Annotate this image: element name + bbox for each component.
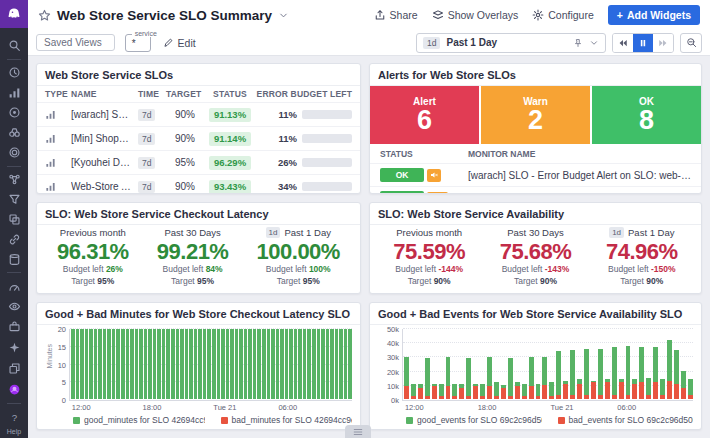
bar[interactable] — [667, 340, 672, 399]
bar[interactable] — [126, 329, 130, 399]
service-template-variable[interactable]: service * — [125, 34, 151, 52]
slo-name[interactable]: Web-Store Availability SLO — [71, 181, 138, 192]
monitor-row[interactable]: OK05Observability Pipelines Error Budget… — [370, 186, 701, 194]
bar[interactable] — [563, 381, 568, 399]
backward-button[interactable] — [613, 34, 633, 52]
title-chevron-down-icon[interactable] — [278, 10, 289, 21]
timeseries-chart[interactable]: 0k10k20k30k40k50k12:0018:00Tue 2106:00go… — [370, 325, 701, 429]
bar[interactable] — [348, 329, 352, 399]
bar[interactable] — [473, 384, 478, 399]
bar[interactable] — [153, 329, 157, 399]
bar[interactable] — [653, 347, 658, 399]
bar[interactable] — [452, 384, 457, 399]
bar[interactable] — [189, 329, 193, 399]
bar[interactable] — [480, 384, 485, 399]
plot-area[interactable] — [69, 329, 352, 400]
bar[interactable] — [598, 349, 603, 399]
bar[interactable] — [198, 329, 202, 399]
database-icon[interactable] — [3, 249, 25, 269]
slo-name[interactable]: [Min] Shopping Cart requests ... — [71, 133, 138, 144]
bar[interactable] — [330, 329, 334, 399]
bar[interactable] — [262, 329, 266, 399]
bar[interactable] — [121, 329, 125, 399]
bar[interactable] — [639, 347, 644, 399]
bar[interactable] — [418, 384, 423, 399]
bar[interactable] — [508, 358, 513, 399]
alerts-widget[interactable]: Alerts for Web Store SLOs Alert6 Warn2 O… — [369, 63, 702, 194]
bar[interactable] — [303, 329, 307, 399]
bar[interactable] — [307, 329, 311, 399]
bar[interactable] — [439, 384, 444, 399]
monitor-row[interactable]: OK[warach] SLO - Error Budget Alert on S… — [370, 163, 701, 186]
slo-table-row[interactable]: [warach] Shopist Shopping Car...7d90%91.… — [37, 102, 360, 126]
bar[interactable] — [522, 384, 527, 399]
bar[interactable] — [326, 329, 330, 399]
time-range-picker[interactable]: 1d Past 1 Day — [416, 33, 606, 53]
bar[interactable] — [148, 329, 152, 399]
bar[interactable] — [71, 329, 75, 399]
favorite-star-icon[interactable] — [38, 9, 51, 22]
legend-item[interactable]: bad_minutes for SLO 42694cc9effa5654a... — [221, 415, 353, 425]
bar[interactable] — [139, 329, 143, 399]
bar[interactable] — [632, 379, 637, 399]
bar[interactable] — [85, 329, 89, 399]
monitor-name[interactable]: [warach] SLO - Error Budget Alert on SLO… — [468, 170, 691, 181]
latency-slo-widget[interactable]: SLO: Web Store Service Checkout Latency … — [36, 202, 361, 294]
latency-minutes-chart-widget[interactable]: Good + Bad Minutes for Web Store Checkou… — [36, 302, 361, 430]
availability-slo-widget[interactable]: SLO: Web Store Service Availability Prev… — [369, 202, 702, 294]
bar[interactable] — [556, 351, 561, 399]
legend-item[interactable]: good_minutes for SLO 42694cc9effa5654... — [73, 415, 205, 425]
bar[interactable] — [432, 384, 437, 399]
bar[interactable] — [76, 329, 80, 399]
bar[interactable] — [144, 329, 148, 399]
bar[interactable] — [577, 379, 582, 399]
legend-item[interactable]: bad_events for SLO 69c2c96d506b50cdba... — [558, 415, 694, 425]
bar[interactable] — [344, 329, 348, 399]
monitor-name[interactable]: Observability Pipelines Error Budget Ale… — [468, 193, 651, 195]
slo-table-row[interactable]: Web-Store Availability SLO7d90%93.43%34% — [37, 174, 360, 194]
bar[interactable] — [217, 329, 221, 399]
bar[interactable] — [466, 358, 471, 399]
bar[interactable] — [103, 329, 107, 399]
workflows-icon[interactable] — [3, 316, 25, 337]
bar[interactable] — [276, 329, 280, 399]
warn-count-block[interactable]: Warn2 — [481, 86, 590, 144]
help-icon[interactable]: ? — [3, 407, 25, 428]
bar[interactable] — [185, 329, 189, 399]
bar[interactable] — [591, 381, 596, 399]
bar[interactable] — [626, 346, 631, 399]
dashboards-icon[interactable] — [3, 276, 25, 296]
bar[interactable] — [244, 329, 248, 399]
help-label[interactable]: Help — [7, 428, 21, 435]
edit-button[interactable]: Edit — [163, 37, 196, 49]
bar[interactable] — [317, 329, 321, 399]
bar[interactable] — [107, 329, 111, 399]
show-overlays-button[interactable]: Show Overlays — [432, 9, 519, 21]
bar[interactable] — [80, 329, 84, 399]
metrics-icon[interactable] — [3, 83, 25, 103]
bar[interactable] — [166, 329, 170, 399]
apm-icon[interactable] — [3, 103, 25, 123]
bar[interactable] — [271, 329, 275, 399]
processes-icon[interactable] — [3, 170, 25, 190]
bar[interactable] — [549, 382, 554, 399]
bar[interactable] — [94, 329, 98, 399]
bar[interactable] — [501, 385, 506, 399]
bar[interactable] — [253, 329, 257, 399]
bar[interactable] — [584, 349, 589, 399]
ok-count-block[interactable]: OK8 — [592, 86, 701, 144]
zoom-out-button[interactable] — [680, 33, 702, 53]
bar[interactable] — [425, 358, 430, 399]
security-icon[interactable] — [3, 143, 25, 163]
bar[interactable] — [335, 329, 339, 399]
saved-views-dropdown[interactable]: Saved Views — [36, 34, 115, 51]
history-icon[interactable] — [3, 63, 25, 83]
bar[interactable] — [542, 357, 547, 399]
monitors-icon[interactable] — [3, 296, 25, 316]
bar[interactable] — [289, 329, 293, 399]
bar[interactable] — [130, 329, 134, 399]
bar[interactable] — [646, 378, 651, 399]
bar[interactable] — [536, 384, 541, 399]
bar[interactable] — [89, 329, 93, 399]
software-icon[interactable] — [3, 209, 25, 229]
